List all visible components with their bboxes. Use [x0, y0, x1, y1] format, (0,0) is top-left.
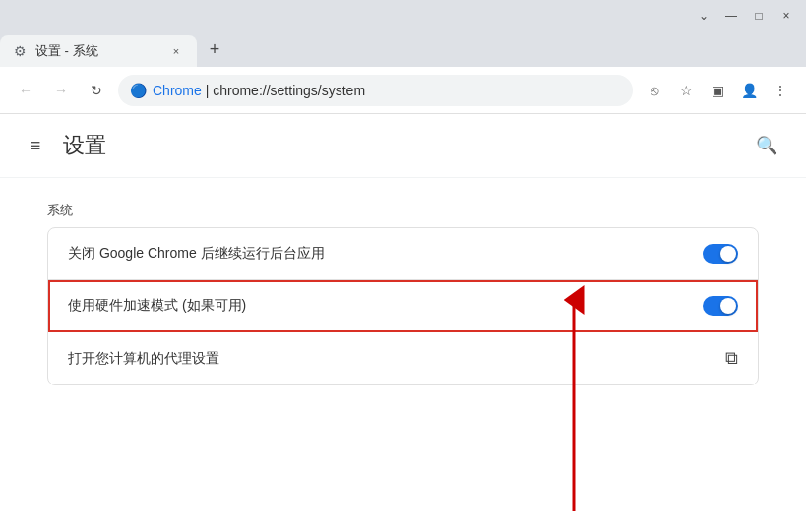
tab-favicon: ⚙	[12, 43, 28, 59]
sidebar-icon: ▣	[712, 83, 724, 98]
tab-title: 设置 - 系统	[35, 42, 159, 60]
settings-page: ≡ 设置 🔍 系统 关闭 Google Chrome 后继续运行后台应用 使用硬…	[0, 114, 806, 532]
settings-header: ≡ 设置 🔍	[0, 114, 806, 178]
active-tab[interactable]: ⚙ 设置 - 系统 ×	[0, 35, 197, 67]
toggle-switch-background-apps[interactable]	[703, 244, 738, 264]
tab-bar: ⚙ 设置 - 系统 × +	[0, 31, 806, 67]
back-button[interactable]: ←	[12, 77, 39, 104]
profile-button[interactable]: 👤	[735, 77, 763, 104]
close-button[interactable]: ×	[775, 4, 798, 28]
forward-button[interactable]: →	[47, 77, 75, 104]
hamburger-menu-icon[interactable]: ≡	[24, 134, 47, 157]
toggle-background-apps[interactable]	[703, 244, 738, 264]
chevron-down-btn[interactable]: ⌄	[692, 4, 715, 28]
profile-icon: 👤	[741, 83, 758, 98]
bookmark-icon: ☆	[680, 83, 693, 98]
omnibox-url: Chrome | chrome://settings/system	[153, 83, 621, 98]
setting-row-hardware-accel: 使用硬件加速模式 (如果可用)	[48, 280, 758, 332]
settings-card: 关闭 Google Chrome 后继续运行后台应用 使用硬件加速模式 (如果可…	[47, 227, 759, 385]
setting-row-proxy: 打开您计算机的代理设置 ⧉	[48, 332, 758, 384]
address-bar: ← → ↻ 🔵 Chrome | chrome://settings/syste…	[0, 67, 806, 114]
minimize-button[interactable]: —	[719, 4, 743, 28]
page-title: 设置	[63, 131, 106, 160]
sidebar-button[interactable]: ▣	[704, 77, 731, 104]
address-actions: ⎋ ☆ ▣ 👤 ⋮	[641, 77, 794, 104]
setting-row-background-apps: 关闭 Google Chrome 后继续运行后台应用	[48, 228, 758, 280]
bookmark-button[interactable]: ☆	[672, 77, 700, 104]
site-security-icon: 🔵	[130, 83, 147, 98]
open-proxy-settings[interactable]: ⧉	[725, 348, 738, 369]
url-brand: Chrome	[153, 83, 202, 98]
three-dot-menu-icon: ⋮	[774, 83, 787, 98]
settings-content: 系统 关闭 Google Chrome 后继续运行后台应用 使用硬件加速模式 (…	[0, 178, 806, 532]
new-tab-button[interactable]: +	[201, 35, 228, 63]
search-button[interactable]: 🔍	[751, 130, 782, 161]
tab-close-button[interactable]: ×	[167, 42, 185, 60]
menu-button[interactable]: ⋮	[767, 77, 794, 104]
url-path: settings/system	[271, 83, 365, 98]
settings-title-area: ≡ 设置	[24, 131, 106, 160]
setting-label-background-apps: 关闭 Google Chrome 后继续运行后台应用	[68, 245, 325, 263]
toggle-switch-hardware-accel[interactable]	[703, 296, 738, 316]
external-link-icon[interactable]: ⧉	[725, 348, 738, 369]
maximize-button[interactable]: □	[747, 4, 771, 28]
search-icon: 🔍	[756, 135, 777, 156]
setting-label-hardware-accel: 使用硬件加速模式 (如果可用)	[68, 297, 246, 315]
section-title: 系统	[47, 202, 759, 219]
title-bar: ⌄ — □ ×	[0, 0, 806, 31]
share-icon: ⎋	[651, 83, 658, 98]
omnibox[interactable]: 🔵 Chrome | chrome://settings/system	[118, 75, 633, 106]
reload-button[interactable]: ↻	[83, 77, 110, 104]
url-separator: | chrome://	[206, 83, 271, 98]
share-button[interactable]: ⎋	[641, 77, 668, 104]
toggle-hardware-accel[interactable]	[703, 296, 738, 316]
setting-label-proxy: 打开您计算机的代理设置	[68, 350, 219, 368]
